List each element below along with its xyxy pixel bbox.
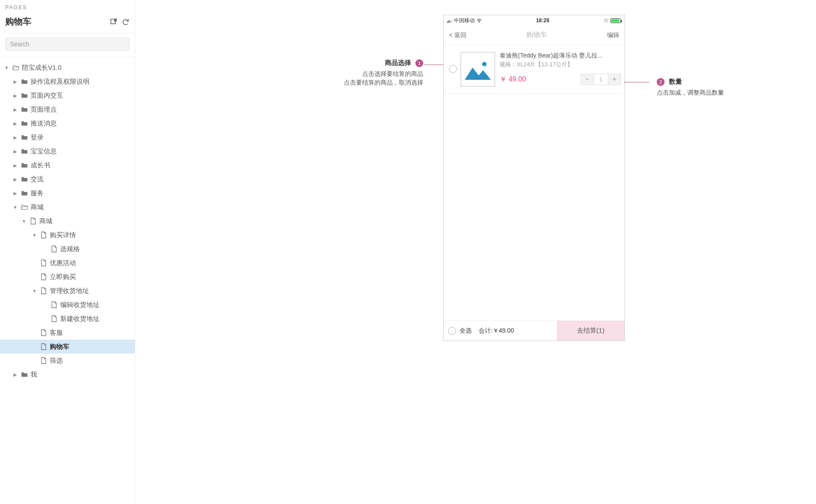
tree-label: 选规格 [60,245,131,253]
checkout-button[interactable]: 去结算(1) [557,321,624,341]
tree-item[interactable]: ▶宝宝信息 [0,144,135,158]
edit-button[interactable]: 编辑 [607,31,619,39]
caret-icon: ▼ [3,65,10,70]
tree-item[interactable]: ▼陪宝成长V1.0 [0,61,135,75]
page-icon [39,232,48,238]
tree-item[interactable]: ▶页面埋点 [0,102,135,116]
time-label: 18:28 [536,17,549,24]
caret-icon: ▼ [12,205,18,210]
tree-label: 立即购买 [50,273,131,281]
sidebar: PAGES 购物车 ▼陪宝成长V1.0▶操作流程及权限说明▶页面内交互▶页面埋点… [0,0,135,504]
refresh-icon[interactable] [122,18,130,26]
tree-item[interactable]: 编辑收货地址 [0,298,135,312]
tree-item[interactable]: 客服 [0,326,135,340]
tree-item[interactable]: 优惠活动 [0,256,135,270]
tree-label: 新建收货地址 [60,315,131,323]
tree-item[interactable]: ▶成长书 [0,158,135,172]
tree-label: 成长书 [31,161,131,170]
tree-item[interactable]: ▶登录 [0,130,135,144]
select-all-radio[interactable] [448,327,456,335]
carrier-label: 中国移动 [454,17,475,24]
tree-label: 宝宝信息 [31,147,131,156]
phone-mockup: 中国移动 18:28 < 返回 购物车 编辑 [443,15,625,341]
tree-label: 优惠活动 [50,259,131,267]
tree-label: 推送消息 [31,119,131,128]
caret-icon: ▶ [12,135,18,140]
page-icon [50,301,58,308]
product-thumbnail[interactable] [460,52,495,87]
wifi-icon [477,18,482,23]
folder-icon [20,92,29,99]
folder-icon [20,371,29,378]
folder-icon [20,162,29,168]
tree-item[interactable]: 筛选 [0,354,135,368]
tree-item[interactable]: ▶页面内交互 [0,89,135,102]
tree-item[interactable]: ▶服务 [0,186,135,200]
tree-label: 服务 [31,189,131,198]
tree-label: 购物车 [50,343,131,351]
tree-label: 操作流程及权限说明 [31,78,131,86]
page-icon [39,287,48,294]
tree-label: 页面内交互 [31,92,131,100]
folder-icon [20,134,29,140]
page-icon [39,357,48,364]
cart-footer: 全选 合计:￥49.00 去结算(1) [444,320,624,341]
product-price: ￥ 49.00 [500,75,526,84]
page-icon [39,329,48,336]
page-icon [50,315,58,322]
folder-icon [11,65,20,71]
tree-item[interactable]: ▼购买详情 [0,228,135,242]
tree-item[interactable]: 选规格 [0,242,135,256]
back-button[interactable]: < 返回 [449,31,466,39]
tree-item[interactable]: ▼商城 [0,214,135,228]
signal-icon [447,18,452,23]
folder-icon [20,120,29,126]
decrease-button[interactable]: − [581,74,593,85]
select-item-radio[interactable] [449,65,457,73]
tree-label: 页面埋点 [31,106,131,114]
tree-label: 我 [31,371,131,379]
quantity-value: 1 [593,74,608,85]
status-bar: 中国移动 18:28 [444,15,624,26]
quantity-stepper: − 1 + [581,74,621,85]
annotation-title: 数量 [669,78,682,85]
tree-label: 登录 [31,133,131,142]
increase-button[interactable]: + [608,74,621,85]
tree-label: 交流 [31,175,131,184]
annotation-connector [624,82,649,82]
caret-icon: ▶ [12,121,18,126]
caret-icon: ▶ [12,149,18,154]
page-icon [29,218,38,225]
tree-item[interactable]: ▼管理收货地址 [0,284,135,298]
product-spec: 规格：XL24片【12-17公斤】 [500,61,621,68]
page-icon [39,273,48,280]
caret-icon: ▼ [21,219,27,224]
folder-icon [20,204,29,210]
tree-label: 筛选 [50,357,131,365]
tree-item[interactable]: 新建收货地址 [0,312,135,326]
annotation-quantity: 2 数量 点击加减，调整商品数量 [657,78,757,97]
tree-label: 编辑收货地址 [60,301,131,309]
tree-item[interactable]: ▶交流 [0,172,135,186]
svg-point-5 [482,62,487,66]
caret-icon: ▶ [12,79,18,84]
tree-label: 商城 [39,217,131,225]
caret-icon: ▶ [12,93,18,98]
caret-icon: ▶ [12,191,18,196]
tree-item[interactable]: 立即购买 [0,270,135,284]
search-input[interactable] [5,37,130,51]
cart-item-row: 泰迪熊(Teddy Bear)超薄乐动 婴儿拉... 规格：XL24片【12-1… [444,45,624,94]
tree-item[interactable]: ▶推送消息 [0,116,135,130]
svg-point-1 [479,21,480,22]
tree-item[interactable]: ▼商城 [0,200,135,214]
tree-item[interactable]: ▶操作流程及权限说明 [0,75,135,89]
tree-label: 购买详情 [50,231,131,239]
select-all-label: 全选 [459,327,472,335]
alarm-icon [603,18,609,23]
tree-label: 陪宝成长V1.0 [22,64,131,72]
export-icon[interactable] [110,18,117,26]
nav-title: 购物车 [526,31,547,40]
caret-icon: ▶ [12,107,18,112]
tree-item[interactable]: ▶我 [0,368,135,381]
tree-item[interactable]: 购物车 [0,340,135,354]
